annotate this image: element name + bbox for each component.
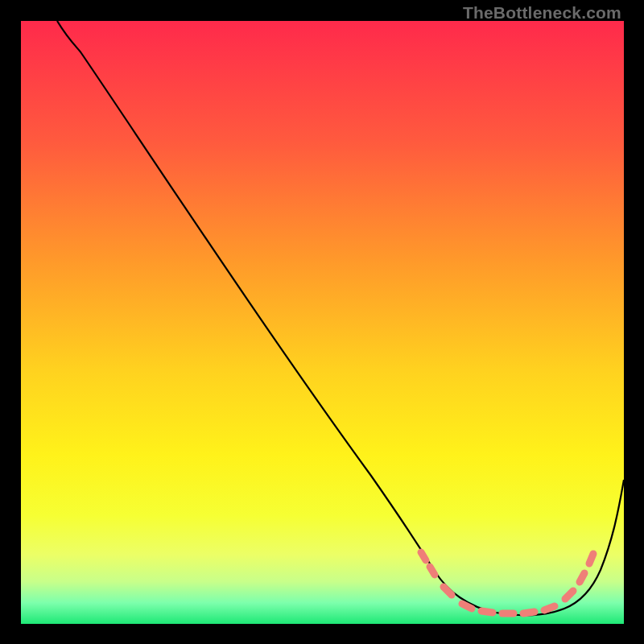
bottleneck-curve	[21, 21, 624, 624]
svg-line-10	[580, 573, 584, 582]
plot-area	[21, 21, 624, 624]
svg-line-2	[430, 567, 435, 575]
svg-line-11	[589, 554, 593, 564]
svg-line-3	[444, 587, 452, 595]
chart-frame: TheBottleneck.com	[0, 0, 644, 644]
svg-line-9	[565, 591, 573, 599]
svg-line-1	[421, 552, 426, 560]
svg-line-8	[544, 606, 555, 610]
svg-line-7	[523, 612, 535, 613]
watermark-text: TheBottleneck.com	[463, 3, 621, 23]
svg-line-4	[462, 604, 472, 609]
valley-markers	[421, 552, 593, 613]
svg-line-5	[481, 611, 493, 613]
